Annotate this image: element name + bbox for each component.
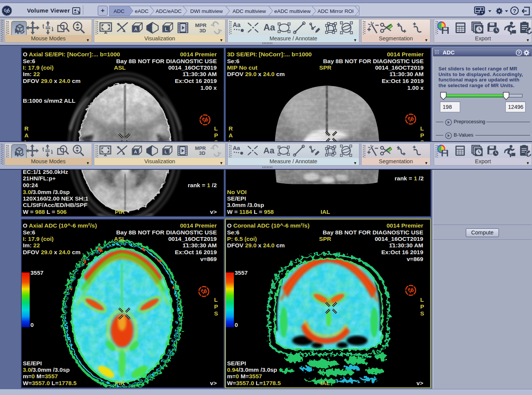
svg-text:ADC/eADC: ADC/eADC xyxy=(156,8,182,14)
svg-text:Aa: Aa xyxy=(264,22,275,32)
svg-text:ADC multiview: ADC multiview xyxy=(233,8,266,14)
svg-text:L: L xyxy=(165,150,167,154)
svg-text:A: A xyxy=(134,27,138,32)
svg-text:3D: 3D xyxy=(199,150,205,156)
svg-text:L: L xyxy=(165,27,167,32)
svg-text:Aa: Aa xyxy=(233,22,241,28)
svg-text:A: A xyxy=(134,150,137,154)
svg-text:ADC: ADC xyxy=(114,8,125,14)
svg-text:3D: 3D xyxy=(199,28,206,33)
svg-text:Aa: Aa xyxy=(233,145,240,151)
svg-text:DWI multiview: DWI multiview xyxy=(190,8,223,14)
svg-text:?: ? xyxy=(513,8,516,14)
svg-text:ADC Mirror ROI: ADC Mirror ROI xyxy=(318,8,354,14)
svg-text:Aa: Aa xyxy=(264,145,275,155)
svg-text:MPR: MPR xyxy=(195,22,206,28)
svg-text:eADC multiview: eADC multiview xyxy=(274,8,311,14)
svg-text:eADC: eADC xyxy=(135,8,148,14)
svg-text:?: ? xyxy=(518,51,520,55)
